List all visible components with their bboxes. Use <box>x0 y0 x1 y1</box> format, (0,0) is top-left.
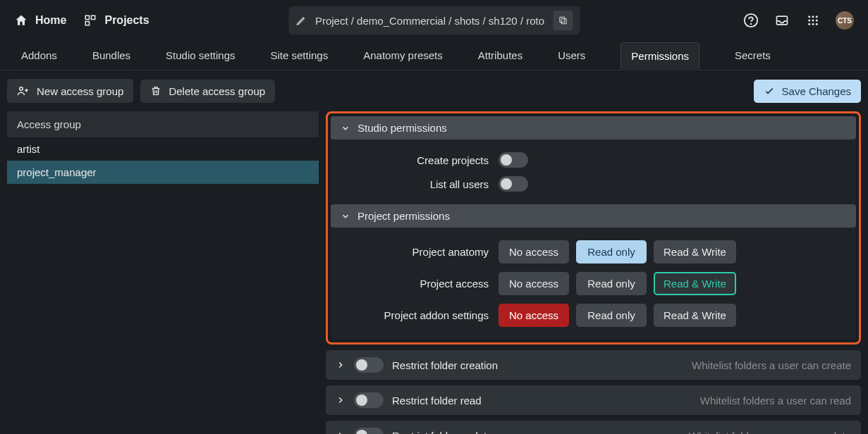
perm-label: Project access <box>341 278 489 290</box>
avatar-text: CTS <box>838 17 852 25</box>
action-bar: New access group Delete access group Sav… <box>0 70 868 111</box>
perm-label: Project anatomy <box>341 246 489 258</box>
home-icon <box>14 13 28 27</box>
studio-permissions-title: Studio permissions <box>357 122 447 134</box>
perm-options: No access Read only Read & Write <box>499 304 736 327</box>
perm-options: No access Read only Read & Write <box>499 240 736 264</box>
access-read-write[interactable]: Read & Write <box>654 272 736 295</box>
chevron-right-icon <box>336 395 346 405</box>
highlighted-permissions: Studio permissions Create projects List … <box>326 111 861 345</box>
tab-studio-settings[interactable]: Studio settings <box>166 42 235 68</box>
svg-point-13 <box>816 20 818 22</box>
tab-secrets[interactable]: Secrets <box>735 42 771 68</box>
svg-point-9 <box>812 16 814 18</box>
collapsible-hint: Whitelist folders a user can update <box>689 430 851 435</box>
restrict-folder-read-toggle[interactable] <box>354 392 384 408</box>
svg-point-6 <box>751 24 752 25</box>
project-permissions-title: Project permissions <box>357 210 450 222</box>
breadcrumb-text: Project / demo_Commercial / shots / sh12… <box>315 15 544 27</box>
svg-rect-4 <box>559 17 564 22</box>
anatomy-read-only[interactable]: Read only <box>576 240 647 264</box>
project-permissions-body: Project anatomy No access Read only Read… <box>331 228 856 340</box>
restrict-folder-creation-toggle[interactable] <box>354 357 384 373</box>
apps-icon[interactable] <box>805 12 821 29</box>
collapsible-hint: Whitelist folders a user can create <box>692 359 851 371</box>
tab-permissions[interactable]: Permissions <box>621 42 699 69</box>
copy-button[interactable] <box>553 11 573 30</box>
save-changes-button[interactable]: Save Changes <box>754 80 861 103</box>
perm-row-access: Project access No access Read only Read … <box>341 268 846 299</box>
perm-row-create-projects: Create projects <box>341 148 846 172</box>
delete-access-group-button[interactable]: Delete access group <box>140 80 275 103</box>
perm-label: Project addon settings <box>341 309 489 321</box>
tab-bundles[interactable]: Bundles <box>92 42 130 68</box>
access-no-access[interactable]: No access <box>499 272 569 295</box>
chevron-down-icon <box>341 123 350 133</box>
restrict-folder-update[interactable]: Restrict folder update Whitelist folders… <box>326 421 861 434</box>
perm-row-addon-settings: Project addon settings No access Read on… <box>341 299 846 331</box>
studio-permissions-body: Create projects List all users <box>331 140 856 204</box>
addon-no-access[interactable]: No access <box>499 304 569 327</box>
svg-point-8 <box>808 16 810 18</box>
restrict-folder-update-toggle[interactable] <box>354 428 384 434</box>
new-access-group-button[interactable]: New access group <box>7 79 133 103</box>
access-group-sidebar: Access group artist project_manager <box>7 111 319 434</box>
nav-projects-label: Projects <box>104 14 149 27</box>
tab-addons[interactable]: Addons <box>21 42 57 68</box>
main: Access group artist project_manager Stud… <box>0 111 868 434</box>
svg-point-14 <box>808 23 810 25</box>
breadcrumb-bar[interactable]: Project / demo_Commercial / shots / sh12… <box>288 6 580 35</box>
svg-rect-3 <box>561 19 566 24</box>
top-header: Home Projects Project / demo_Commercial … <box>0 0 868 41</box>
access-read-only[interactable]: Read only <box>576 272 647 295</box>
svg-rect-1 <box>92 16 95 19</box>
nav-projects[interactable]: Projects <box>83 13 149 27</box>
list-users-toggle[interactable] <box>499 176 528 192</box>
avatar[interactable]: CTS <box>836 11 854 30</box>
nav-home[interactable]: Home <box>14 13 66 27</box>
perm-row-list-users: List all users <box>341 172 846 196</box>
edit-icon <box>295 15 307 26</box>
tabs-bar: Addons Bundles Studio settings Site sett… <box>0 41 868 70</box>
addon-read-write[interactable]: Read & Write <box>654 304 736 327</box>
tab-attributes[interactable]: Attributes <box>478 42 522 68</box>
restrict-folder-read[interactable]: Restrict folder read Whitelist folders a… <box>326 385 861 415</box>
permissions-content: Studio permissions Create projects List … <box>326 111 861 434</box>
collapsible-label: Restrict folder read <box>392 395 482 407</box>
perm-options: No access Read only Read & Write <box>499 272 736 295</box>
studio-permissions-header[interactable]: Studio permissions <box>331 116 856 140</box>
help-icon[interactable] <box>742 12 759 29</box>
tab-users[interactable]: Users <box>558 42 585 68</box>
new-access-group-label: New access group <box>37 85 123 97</box>
sidebar-item-artist[interactable]: artist <box>7 137 319 161</box>
restrict-folder-creation[interactable]: Restrict folder creation Whitelist folde… <box>326 350 861 380</box>
collapsible-label: Restrict folder update <box>392 430 493 435</box>
create-projects-toggle[interactable] <box>499 152 528 168</box>
check-icon <box>764 85 775 97</box>
delete-access-group-label: Delete access group <box>169 85 265 97</box>
tab-anatomy-presets[interactable]: Anatomy presets <box>363 42 443 68</box>
svg-rect-0 <box>86 16 90 19</box>
tab-site-settings[interactable]: Site settings <box>271 42 329 68</box>
chevron-right-icon <box>336 430 346 434</box>
svg-point-11 <box>808 20 810 22</box>
svg-rect-2 <box>86 22 90 25</box>
sidebar-item-project-manager[interactable]: project_manager <box>7 161 319 184</box>
project-permissions-header[interactable]: Project permissions <box>331 204 856 228</box>
perm-label: List all users <box>341 178 489 190</box>
anatomy-no-access[interactable]: No access <box>499 240 569 264</box>
add-group-icon <box>17 85 30 97</box>
svg-point-10 <box>816 16 818 18</box>
collapsible-label: Restrict folder creation <box>392 359 498 371</box>
inbox-icon[interactable] <box>774 12 790 29</box>
perm-label: Create projects <box>341 154 489 166</box>
svg-point-16 <box>816 23 818 25</box>
nav-home-label: Home <box>35 14 66 27</box>
addon-read-only[interactable]: Read only <box>576 304 647 327</box>
perm-row-anatomy: Project anatomy No access Read only Read… <box>341 236 846 268</box>
projects-icon <box>83 13 97 27</box>
trash-icon <box>150 85 161 97</box>
anatomy-read-write[interactable]: Read & Write <box>654 240 736 264</box>
chevron-down-icon <box>341 211 350 221</box>
sidebar-header: Access group <box>7 111 319 137</box>
